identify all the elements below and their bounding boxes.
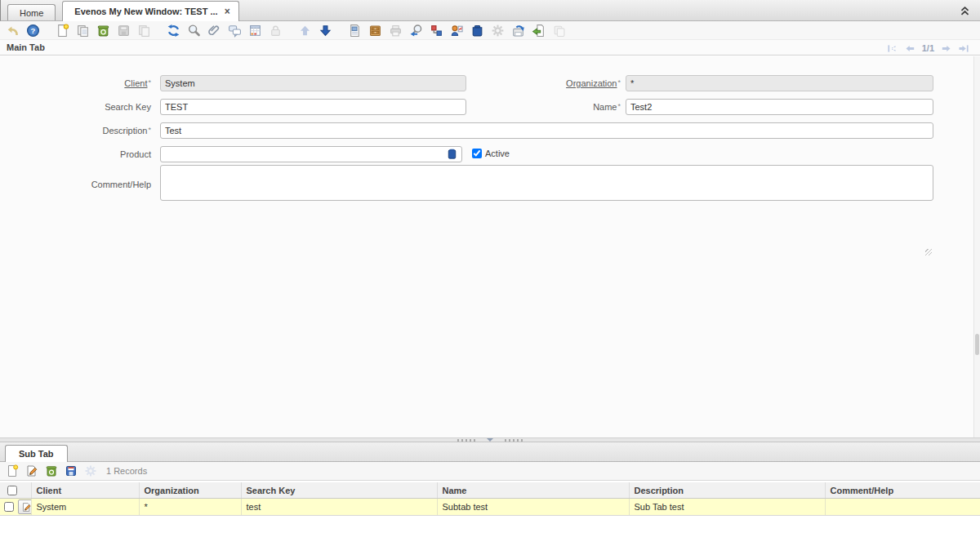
detail-table: ClientOrganizationSearch KeyNameDescript… <box>0 482 980 516</box>
edit-record-icon[interactable] <box>24 463 40 479</box>
help-icon[interactable]: ? <box>24 22 42 39</box>
main-tab-title: Main Tab <box>7 42 45 52</box>
comment-help-label: Comment/Help <box>0 180 151 189</box>
window-tabbar: Home Evenos My New Window: TEST ...× <box>0 0 980 21</box>
save-icon[interactable] <box>63 463 79 479</box>
column-header-search-key[interactable]: Search Key <box>241 482 437 499</box>
chat-icon[interactable] <box>226 22 243 39</box>
column-header-organization[interactable]: Organization <box>139 482 241 499</box>
client-label: Client <box>0 78 151 88</box>
main-tab-form: Client Organization Search Key Name Desc… <box>0 56 980 437</box>
private-lock-icon <box>267 22 284 39</box>
collapse-header-icon[interactable] <box>958 3 973 18</box>
splitter-grip-dots[interactable] <box>505 439 523 442</box>
name-label: Name <box>470 102 621 112</box>
form-scrollbar-thumb[interactable] <box>975 334 979 355</box>
requests-icon[interactable] <box>247 22 264 39</box>
cell-name[interactable]: Subtab test <box>437 499 629 516</box>
customize-icon <box>550 22 568 39</box>
process-icon <box>489 22 506 39</box>
column-header-name[interactable]: Name <box>437 482 629 499</box>
select-all-header <box>0 482 31 499</box>
requery-icon[interactable] <box>165 22 182 39</box>
column-header-description[interactable]: Description <box>629 482 825 499</box>
detail-record-icon[interactable] <box>317 22 334 39</box>
detail-toolbar: 1 Records <box>0 462 980 481</box>
row-select-cell <box>0 499 31 516</box>
client-field <box>160 75 466 91</box>
new-record-icon[interactable] <box>54 22 71 39</box>
export-icon[interactable] <box>510 22 527 39</box>
first-record-icon <box>886 42 898 55</box>
archive-icon[interactable] <box>367 22 384 39</box>
organization-label: Organization <box>470 78 621 88</box>
records-count-label: 1 Records <box>106 466 147 476</box>
save-create-new-icon <box>136 22 153 39</box>
main-tab-header: Main Tab 1/1 <box>0 39 980 56</box>
cell-client[interactable]: System <box>31 499 139 516</box>
ignore-changes-icon[interactable] <box>4 22 21 39</box>
svg-text:?: ? <box>31 25 36 34</box>
column-header-comment-help[interactable]: Comment/Help <box>825 482 980 499</box>
record-position: 1/1 <box>922 43 934 53</box>
tab-active-window[interactable]: Evenos My New Window: TEST ...× <box>62 1 238 21</box>
organization-field <box>626 75 933 91</box>
delete-record-icon[interactable] <box>95 22 112 39</box>
product-picker-icon[interactable] <box>446 148 459 161</box>
active-label: Active <box>485 149 510 158</box>
tab-active-label: Evenos My New Window: TEST ... <box>74 7 217 16</box>
name-field[interactable] <box>626 99 933 115</box>
copy-record-icon[interactable] <box>74 22 91 39</box>
comment-help-field[interactable] <box>160 165 933 201</box>
report-icon[interactable] <box>346 22 363 39</box>
splitter-collapse-icon[interactable] <box>487 438 493 442</box>
select-all-checkbox[interactable] <box>7 486 17 495</box>
row-checkbox[interactable] <box>4 502 14 512</box>
zoom-across-icon[interactable] <box>408 22 425 39</box>
active-checkbox-group: Active <box>472 149 510 158</box>
check-requests-icon[interactable] <box>448 22 466 39</box>
detail-tabbar: Sub Tab <box>0 442 980 462</box>
record-navigation: 1/1 <box>886 40 970 56</box>
new-record-icon[interactable] <box>4 463 20 479</box>
lookup-record-icon[interactable] <box>185 22 203 39</box>
product-info-icon[interactable] <box>469 22 486 39</box>
product-label: Product <box>0 149 151 159</box>
detail-pane: Sub Tab 1 Records ClientOrganizationSear… <box>0 442 980 555</box>
table-header-row: ClientOrganizationSearch KeyNameDescript… <box>0 482 980 499</box>
cell-search-key[interactable]: test <box>241 499 437 516</box>
search-key-label: Search Key <box>0 102 151 112</box>
cell-description[interactable]: Sub Tab test <box>629 499 825 516</box>
active-workflows-icon[interactable] <box>428 22 445 39</box>
description-label: Description <box>0 126 151 135</box>
application-window: Home Evenos My New Window: TEST ...× ? M… <box>0 0 980 555</box>
table-row[interactable]: System*testSubtab testSub Tab test <box>0 499 980 516</box>
delete-record-icon[interactable] <box>43 463 60 479</box>
last-record-icon <box>958 42 970 55</box>
tab-home[interactable]: Home <box>7 4 56 20</box>
active-checkbox[interactable] <box>472 149 482 158</box>
tab-sub-tab[interactable]: Sub Tab <box>5 445 68 462</box>
textarea-resize-grip[interactable] <box>925 249 932 255</box>
cell-organization[interactable]: * <box>139 499 241 516</box>
attachment-icon[interactable] <box>206 22 223 39</box>
search-key-field[interactable] <box>160 99 466 115</box>
form-scrollbar-track <box>973 56 980 437</box>
parent-record-icon <box>296 22 314 39</box>
column-header-client[interactable]: Client <box>31 482 139 499</box>
splitter-grip-dots[interactable] <box>457 439 475 442</box>
previous-record-icon <box>904 42 916 55</box>
next-record-icon <box>940 42 952 55</box>
file-import-icon[interactable] <box>530 22 547 39</box>
main-toolbar: ? <box>0 21 980 39</box>
edit-record-icon[interactable] <box>18 500 31 514</box>
product-field[interactable] <box>160 146 462 162</box>
save-icon <box>115 22 132 39</box>
print-icon <box>387 22 404 39</box>
close-tab-icon[interactable]: × <box>225 6 230 17</box>
process-icon <box>82 463 99 479</box>
description-field[interactable] <box>160 122 933 139</box>
cell-comment-help[interactable] <box>825 499 980 516</box>
tab-home-label: Home <box>20 8 43 18</box>
